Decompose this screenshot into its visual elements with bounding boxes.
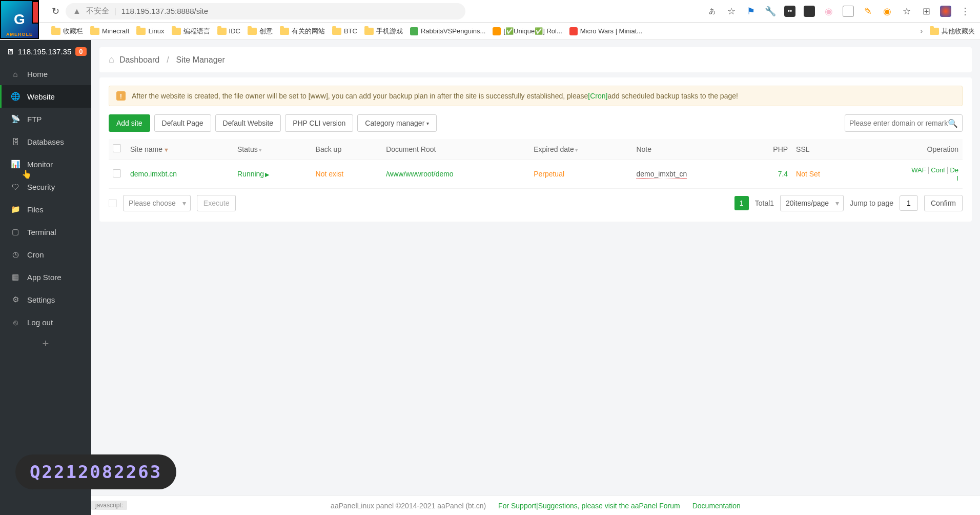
ext-icon-3[interactable]: •• xyxy=(784,6,795,17)
select-all-checkbox[interactable] xyxy=(113,144,121,152)
sidebar-add-button[interactable]: + xyxy=(0,333,91,354)
sidebar-item-files[interactable]: 📁Files xyxy=(0,198,91,221)
bookmark-folder[interactable]: 有关的网站 xyxy=(280,27,325,36)
ext-icon-1[interactable]: ⚑ xyxy=(745,6,757,17)
note-value[interactable]: demo_imxbt_cn xyxy=(636,170,687,179)
jump-page-input[interactable] xyxy=(900,195,918,211)
bookmark-folder[interactable]: BTC xyxy=(332,27,357,35)
sidebar-item-cron[interactable]: ◷Cron xyxy=(0,243,91,266)
extensions-icon[interactable]: ⊞ xyxy=(921,6,932,17)
sidebar: 🖥 118.195.137.35 0 ⌂Home 🌐Website 📡FTP 🗄… xyxy=(0,40,91,515)
profile-avatar[interactable] xyxy=(940,6,951,17)
sidebar-item-home[interactable]: ⌂Home xyxy=(0,63,91,85)
shield-icon: 🛡 xyxy=(11,182,20,191)
ext-icon-2[interactable]: 🔧 xyxy=(765,6,776,17)
col-note: Note xyxy=(632,139,747,160)
op-conf-link[interactable]: Conf xyxy=(931,166,945,174)
ext-icon-4[interactable] xyxy=(804,6,815,17)
site-name-link[interactable]: demo.imxbt.cn xyxy=(130,170,177,178)
php-version-link[interactable]: 7.4 xyxy=(778,170,788,178)
search-box[interactable]: 🔍 xyxy=(845,114,963,132)
default-page-button[interactable]: Default Page xyxy=(154,114,211,132)
cron-link[interactable]: [Cron] xyxy=(588,92,607,100)
operation-cell: WAF|Conf|Del xyxy=(855,160,963,189)
confirm-button[interactable]: Confirm xyxy=(924,195,963,211)
sidebar-item-settings[interactable]: ⚙Settings xyxy=(0,288,91,311)
footer-docs-link[interactable]: Documentation xyxy=(692,502,741,510)
php-cli-button[interactable]: PHP CLI version xyxy=(285,114,353,132)
add-site-button[interactable]: Add site xyxy=(109,114,150,132)
search-icon[interactable]: 🔍 xyxy=(948,118,958,128)
bookmark-link[interactable]: RabbitsVSPenguins... xyxy=(410,27,485,35)
folder-icon xyxy=(280,28,289,35)
ssl-link[interactable]: Not Set xyxy=(796,170,820,178)
row-checkbox[interactable] xyxy=(113,169,121,177)
sidebar-item-label: Website xyxy=(27,92,55,101)
folder-icon xyxy=(332,28,341,35)
sidebar-item-security[interactable]: 🛡Security xyxy=(0,175,91,198)
bookmark-folder[interactable]: 编程语言 xyxy=(172,27,210,36)
notification-badge[interactable]: 0 xyxy=(75,47,86,56)
ext-icon-8[interactable]: ◉ xyxy=(882,6,893,17)
ext-icon-9[interactable]: ☆ xyxy=(901,6,912,17)
bookmark-folder[interactable]: Minecraft xyxy=(90,27,129,35)
site-table: Site name▼ Status▾ Back up Document Root… xyxy=(109,139,963,189)
status-value[interactable]: Running▶ xyxy=(237,170,269,178)
toolbar: Add site Default Page Default Website PH… xyxy=(109,114,963,132)
bookmark-folder[interactable]: Linux xyxy=(136,27,164,35)
sidebar-item-website[interactable]: 🌐Website xyxy=(0,85,91,108)
sidebar-item-appstore[interactable]: ▦App Store xyxy=(0,266,91,288)
breadcrumb: ⌂ Dashboard / Site Manager xyxy=(99,47,972,72)
status-bar: javascript: xyxy=(91,501,127,510)
sidebar-item-databases[interactable]: 🗄Databases xyxy=(0,130,91,153)
op-del-part1: De xyxy=(950,166,958,174)
backup-link[interactable]: Not exist xyxy=(316,170,343,178)
page-number[interactable]: 1 xyxy=(734,196,749,210)
header-label: Expired date xyxy=(534,145,574,153)
reload-icon[interactable]: ↻ xyxy=(50,6,60,16)
footer-checkbox[interactable] xyxy=(109,199,117,207)
folder-icon xyxy=(136,28,146,35)
ext-icon-7[interactable]: ✎ xyxy=(862,6,873,17)
bookmark-folder[interactable]: IDC xyxy=(217,27,240,35)
sidebar-item-monitor[interactable]: 📊Monitor xyxy=(0,153,91,175)
bm-label: 编程语言 xyxy=(183,27,210,36)
bookmark-link[interactable]: Micro Wars | Miniat... xyxy=(569,27,642,35)
footer-support-link[interactable]: For Support|Suggestions, please visit th… xyxy=(498,502,680,510)
sidebar-item-label: Home xyxy=(27,70,48,78)
bookmark-bar: 收藏栏 Minecraft Linux 编程语言 IDC 创意 有关的网站 BT… xyxy=(0,23,980,40)
category-manager-button[interactable]: Category manager▾ xyxy=(357,114,437,132)
col-site-name[interactable]: Site name▼ xyxy=(126,139,233,160)
bookmark-folder[interactable]: 创意 xyxy=(248,27,273,36)
sidebar-item-logout[interactable]: ⎋Log out xyxy=(0,311,91,333)
breadcrumb-dashboard[interactable]: Dashboard xyxy=(119,55,159,65)
bulk-action-select[interactable]: Please choose xyxy=(123,195,191,211)
bookmark-link[interactable]: [✅Unique✅] Rol... xyxy=(493,27,562,35)
op-waf-link[interactable]: WAF xyxy=(911,166,926,174)
col-status[interactable]: Status▾ xyxy=(233,139,312,160)
op-del-link[interactable]: Del xyxy=(950,166,958,182)
page-size-select[interactable]: 20items/page xyxy=(780,195,844,211)
ext-icon-6[interactable] xyxy=(843,6,854,17)
ext-icon-5[interactable]: ◉ xyxy=(823,6,834,17)
sidebar-item-ftp[interactable]: 📡FTP xyxy=(0,108,91,130)
bookmark-folder[interactable]: 手机游戏 xyxy=(364,27,403,36)
translate-icon[interactable]: あ xyxy=(706,6,718,17)
docroot-link[interactable]: /www/wwwroot/demo xyxy=(386,170,453,178)
col-ssl: SSL xyxy=(792,139,854,160)
col-expired[interactable]: Expired date▾ xyxy=(529,139,632,160)
favorite-star-icon[interactable]: ☆ xyxy=(726,6,737,17)
default-website-button[interactable]: Default Website xyxy=(215,114,281,132)
bookmark-other-folder[interactable]: 其他收藏夹 xyxy=(930,27,975,36)
bookmark-overflow-icon[interactable]: › xyxy=(921,27,923,35)
execute-button[interactable]: Execute xyxy=(197,195,236,211)
expired-value[interactable]: Perpetual xyxy=(534,170,564,178)
menu-dots-icon[interactable]: ⋮ xyxy=(959,6,971,17)
folder-icon xyxy=(930,28,939,35)
url-box[interactable]: ▲ 不安全 | 118.195.137.35:8888/site xyxy=(66,3,465,19)
search-input[interactable] xyxy=(849,119,948,127)
sidebar-item-terminal[interactable]: ▢Terminal xyxy=(0,221,91,243)
sidebar-item-label: Settings xyxy=(27,295,55,304)
bookmark-folder[interactable]: 收藏栏 xyxy=(51,27,83,36)
header-label: Site name xyxy=(130,145,162,153)
